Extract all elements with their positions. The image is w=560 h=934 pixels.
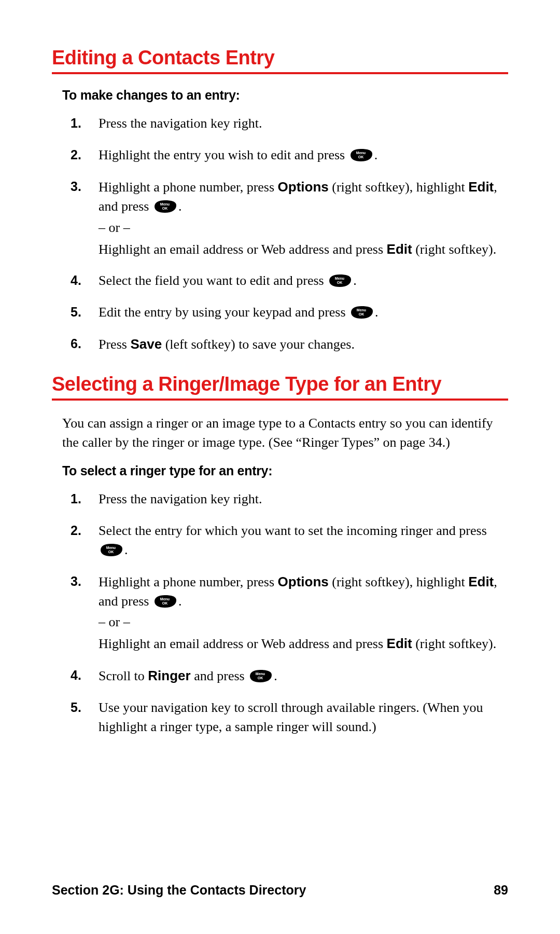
ringer-label: Ringer (148, 668, 190, 683)
menu-ok-key-icon (100, 543, 123, 557)
step-text: (right softkey), highlight (329, 180, 468, 195)
step-1: 1.Press the navigation key right. (71, 114, 508, 133)
step-text: (right softkey). (412, 242, 496, 257)
subheading-select-ringer: To select a ringer type for an entry: (62, 463, 508, 478)
intro-paragraph: You can assign a ringer or an image type… (62, 414, 508, 452)
step-text: (left softkey) to save your changes. (162, 337, 355, 352)
or-separator: – or – (99, 218, 508, 238)
step-5: 5.Use your navigation key to scroll thro… (71, 698, 508, 737)
options-label: Options (278, 179, 329, 195)
step-text: Edit the entry by using your keypad and … (99, 305, 349, 320)
menu-ok-key-icon (350, 305, 374, 320)
step-6: 6.Press Save (left softkey) to save your… (71, 335, 508, 354)
step-text: Highlight a phone number, press (99, 574, 278, 589)
step-text: Press the navigation key right. (99, 491, 262, 506)
options-label: Options (278, 574, 329, 589)
step-1: 1.Press the navigation key right. (71, 490, 508, 509)
footer-section-label: Section 2G: Using the Contacts Directory (52, 883, 306, 898)
menu-ok-key-icon (153, 594, 177, 609)
or-separator: – or – (99, 613, 508, 632)
step-text: and press (191, 668, 248, 683)
step-text: (right softkey), highlight (329, 574, 468, 589)
edit-label: Edit (387, 636, 412, 651)
step-3: 3.Highlight a phone number, press Option… (71, 572, 508, 654)
step-text: . (274, 668, 277, 683)
step-text: Press the navigation key right. (99, 116, 262, 131)
save-label: Save (130, 336, 162, 352)
page-number: 89 (494, 883, 508, 898)
edit-label: Edit (468, 574, 494, 589)
subheading-make-changes: To make changes to an entry: (62, 88, 508, 103)
step-text: Scroll to (99, 668, 148, 683)
steps-editing: 1.Press the navigation key right. 2.High… (71, 114, 508, 354)
step-text: Highlight an email address or Web addres… (99, 636, 387, 651)
step-2: 2.Select the entry for which you want to… (71, 521, 508, 560)
menu-ok-key-icon (349, 148, 373, 162)
step-text: . (353, 273, 357, 288)
menu-ok-key-icon (328, 273, 352, 288)
step-text: Highlight a phone number, press (99, 180, 278, 195)
step-text: Press (99, 337, 130, 352)
step-text: Highlight an email address or Web addres… (99, 242, 387, 257)
edit-label: Edit (387, 241, 412, 257)
page-footer: Section 2G: Using the Contacts Directory… (52, 883, 508, 898)
step-3: 3.Highlight a phone number, press Option… (71, 177, 508, 259)
step-text: (right softkey). (412, 636, 496, 651)
step-5: 5.Edit the entry by using your keypad an… (71, 303, 508, 322)
menu-ok-key-icon (249, 669, 273, 683)
step-text: . (124, 542, 128, 557)
step-text: Highlight the entry you wish to edit and… (99, 147, 348, 162)
steps-ringer: 1.Press the navigation key right. 2.Sele… (71, 490, 508, 737)
step-2: 2.Highlight the entry you wish to edit a… (71, 146, 508, 165)
heading-ringer-image: Selecting a Ringer/Image Type for an Ent… (52, 373, 508, 401)
step-4: 4.Select the field you want to edit and … (71, 271, 508, 291)
step-text: . (178, 594, 182, 609)
step-text: . (374, 147, 378, 162)
step-text: . (375, 305, 379, 320)
step-text: . (178, 199, 182, 214)
menu-ok-key-icon (153, 199, 177, 214)
step-4: 4.Scroll to Ringer and press . (71, 666, 508, 686)
heading-editing-contacts: Editing a Contacts Entry (52, 47, 508, 74)
step-text: Use your navigation key to scroll throug… (99, 700, 483, 734)
edit-label: Edit (468, 179, 494, 195)
step-text: Select the entry for which you want to s… (99, 523, 487, 538)
step-text: Select the field you want to edit and pr… (99, 273, 327, 288)
